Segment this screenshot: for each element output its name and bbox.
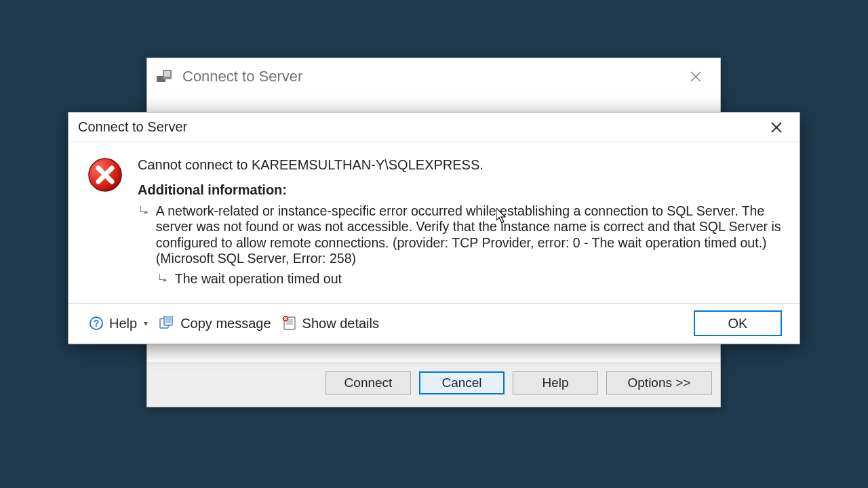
help-button[interactable]: Help xyxy=(513,371,598,394)
close-icon xyxy=(770,121,783,134)
svg-text:?: ? xyxy=(94,318,100,329)
connect-button[interactable]: Connect xyxy=(326,371,411,394)
options-button[interactable]: Options >> xyxy=(606,371,712,394)
show-details-label: Show details xyxy=(302,316,379,331)
copy-icon xyxy=(159,316,175,331)
tree-glyph-icon: └▸ xyxy=(157,271,168,287)
close-icon xyxy=(690,70,702,83)
error-detail-1: └▸ A network-related or instance-specifi… xyxy=(138,203,782,267)
cancel-button[interactable]: Cancel xyxy=(419,371,505,394)
show-details-link[interactable]: Show details xyxy=(282,316,379,331)
tree-glyph-icon: └▸ xyxy=(138,203,149,267)
chevron-down-icon: ▾ xyxy=(144,319,148,328)
svg-rect-2 xyxy=(164,71,170,77)
ok-button[interactable]: OK xyxy=(694,310,782,336)
error-detail-2: └▸ The wait operation timed out xyxy=(138,271,782,287)
copy-message-link[interactable]: Copy message xyxy=(159,316,271,331)
error-dialog: Connect to Server xyxy=(68,112,800,344)
close-button[interactable] xyxy=(763,114,790,141)
close-button[interactable] xyxy=(681,62,711,92)
dialog-title: Connect to Server xyxy=(78,119,187,135)
error-headline: Cannot connect to KAREEMSULTHAN-Y\SQLEXP… xyxy=(138,157,782,173)
copy-message-label: Copy message xyxy=(180,316,271,331)
error-detail-1-text: A network-related or instance-specific e… xyxy=(156,203,782,267)
parent-titlebar: Connect to Server xyxy=(147,58,720,95)
error-icon xyxy=(87,157,123,192)
error-detail-2-text: The wait operation timed out xyxy=(175,271,342,287)
additional-info-label: Additional information: xyxy=(138,182,782,198)
help-icon: ? xyxy=(89,316,104,331)
server-icon xyxy=(157,70,173,83)
help-link-label: Help xyxy=(109,316,137,331)
dialog-footer: ? Help ▾ Copy message xyxy=(68,303,800,344)
help-link[interactable]: ? Help ▾ xyxy=(89,316,148,331)
dialog-content: Cannot connect to KAREEMSULTHAN-Y\SQLEXP… xyxy=(68,142,800,303)
parent-window-title: Connect to Server xyxy=(182,68,302,85)
parent-footer: Connect Cancel Help Options >> xyxy=(147,362,720,407)
show-details-icon xyxy=(282,316,297,331)
svg-rect-14 xyxy=(164,316,172,325)
dialog-titlebar: Connect to Server xyxy=(68,113,800,142)
